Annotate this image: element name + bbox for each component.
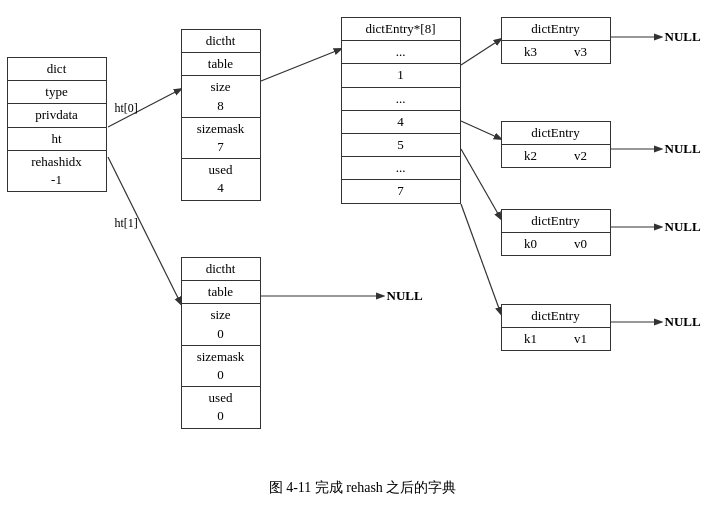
ht0-label: ht[0] (115, 101, 138, 116)
dictht2-table: table (182, 281, 260, 304)
svg-line-7 (461, 204, 501, 314)
dictht2-box: dictht table size0 sizemask0 used0 (181, 257, 261, 429)
dictht2-sizemask: sizemask0 (182, 346, 260, 387)
dictht1-box: dictht table size8 sizemask7 used4 (181, 29, 261, 201)
dictht1-sizemask: sizemask7 (182, 118, 260, 159)
array-row1: 1 (342, 64, 460, 87)
dict-rehashidx: rehashidx-1 (8, 151, 106, 191)
dictht1-table: table (182, 53, 260, 76)
k2: k2 (524, 147, 537, 165)
dictht1-used: used4 (182, 159, 260, 199)
array-row7: 7 (342, 180, 460, 202)
entry-k2v2-label: dictEntry (502, 122, 610, 145)
dictht1-label: dictht (182, 30, 260, 53)
dict-box: dict type privdata ht rehashidx-1 (7, 57, 107, 192)
dictht1-size: size8 (182, 76, 260, 117)
dictht2-size: size0 (182, 304, 260, 345)
k3: k3 (524, 43, 537, 61)
k0: k0 (524, 235, 537, 253)
array-row4: 4 (342, 111, 460, 134)
ht1-label: ht[1] (115, 216, 138, 231)
entry-k2v2: dictEntry k2 v2 (501, 121, 611, 168)
diagram: dict type privdata ht rehashidx-1 ht[0] … (3, 9, 723, 519)
v1: v1 (574, 330, 587, 348)
entry-k1v1: dictEntry k1 v1 (501, 304, 611, 351)
entry-k0v0: dictEntry k0 v0 (501, 209, 611, 256)
array-label: dictEntry*[8] (342, 18, 460, 41)
dict-label: dict (8, 58, 106, 81)
entry-k3v3: dictEntry k3 v3 (501, 17, 611, 64)
entry-k1v1-label: dictEntry (502, 305, 610, 328)
null-dictht2: NULL (387, 288, 423, 304)
caption: 图 4-11 完成 rehash 之后的字典 (163, 479, 563, 497)
entry-k3v3-label: dictEntry (502, 18, 610, 41)
array-box: dictEntry*[8] ... 1 ... 4 5 ... 7 (341, 17, 461, 204)
svg-line-5 (461, 121, 501, 139)
dict-type: type (8, 81, 106, 104)
null-k3v3: NULL (665, 29, 701, 45)
svg-line-4 (461, 39, 501, 65)
dictht2-label: dictht (182, 258, 260, 281)
null-k0v0: NULL (665, 219, 701, 235)
entry-k1v1-kv: k1 v1 (502, 328, 610, 350)
v0: v0 (574, 235, 587, 253)
dict-ht: ht (8, 128, 106, 151)
k1: k1 (524, 330, 537, 348)
svg-line-6 (461, 149, 501, 219)
svg-line-2 (261, 49, 341, 81)
array-row2: ... (342, 88, 460, 111)
dict-privdata: privdata (8, 104, 106, 127)
array-row5: 5 (342, 134, 460, 157)
entry-k2v2-kv: k2 v2 (502, 145, 610, 167)
entry-k0v0-label: dictEntry (502, 210, 610, 233)
array-row0: ... (342, 41, 460, 64)
null-k2v2: NULL (665, 141, 701, 157)
array-row6: ... (342, 157, 460, 180)
entry-k3v3-kv: k3 v3 (502, 41, 610, 63)
null-k1v1: NULL (665, 314, 701, 330)
entry-k0v0-kv: k0 v0 (502, 233, 610, 255)
v2: v2 (574, 147, 587, 165)
v3: v3 (574, 43, 587, 61)
dictht2-used: used0 (182, 387, 260, 427)
